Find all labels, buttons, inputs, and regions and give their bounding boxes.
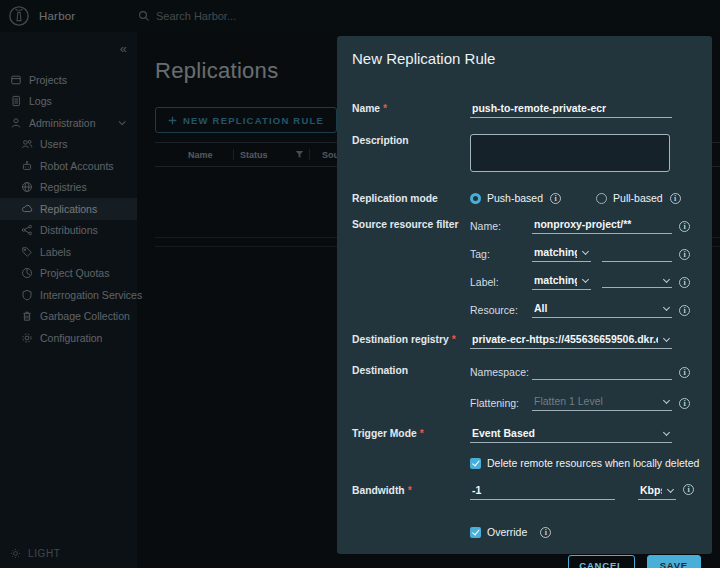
override-info-icon[interactable]: i bbox=[540, 527, 551, 538]
bandwidth-input[interactable] bbox=[470, 484, 615, 500]
filter-tag-input[interactable] bbox=[602, 246, 672, 262]
delete-remote-label: Delete remote resources when locally del… bbox=[487, 457, 699, 469]
replication-mode-options: Push-based i Pull-based i bbox=[470, 192, 701, 204]
replication-mode-label: Replication mode bbox=[352, 192, 470, 204]
name-input[interactable] bbox=[470, 102, 672, 118]
flattening-info-icon[interactable]: i bbox=[679, 398, 690, 409]
chevron-down-icon bbox=[582, 275, 589, 282]
description-textarea[interactable] bbox=[470, 134, 670, 172]
save-button[interactable]: SAVE bbox=[647, 555, 701, 568]
push-based-info-icon[interactable]: i bbox=[550, 193, 561, 204]
chevron-down-icon bbox=[663, 428, 670, 435]
new-replication-rule-modal: New Replication Rule Name* Description R… bbox=[337, 36, 712, 554]
filter-name-input[interactable] bbox=[532, 218, 672, 234]
namespace-label: Namespace: bbox=[470, 366, 532, 378]
destination-registry-label: Destination registry* bbox=[352, 333, 470, 345]
flattening-select[interactable]: Flatten 1 Level bbox=[532, 395, 672, 411]
filter-resource-select[interactable]: All bbox=[532, 302, 672, 318]
namespace-info-icon[interactable]: i bbox=[679, 367, 690, 378]
destination-label: Destination bbox=[352, 364, 470, 376]
chevron-down-icon bbox=[663, 275, 670, 282]
destination-registry-select[interactable]: private-ecr-https://455636659506.dkr.ecr… bbox=[470, 333, 672, 349]
trigger-mode-select[interactable]: Event Based bbox=[470, 427, 672, 443]
trigger-mode-label: Trigger Mode* bbox=[352, 427, 470, 439]
source-filter-label: Source resource filter bbox=[352, 218, 470, 230]
chevron-down-icon bbox=[663, 303, 670, 310]
bandwidth-controls: Kbps i bbox=[470, 484, 701, 500]
cancel-button[interactable]: CANCEL bbox=[568, 555, 634, 568]
override-checkbox[interactable] bbox=[470, 527, 481, 538]
bandwidth-unit-select[interactable]: Kbps bbox=[638, 484, 676, 500]
chevron-down-icon bbox=[667, 485, 674, 492]
override-label: Override bbox=[487, 526, 527, 538]
filter-name-label: Name: bbox=[470, 220, 532, 232]
filter-label-info-icon[interactable]: i bbox=[679, 277, 690, 288]
filter-tag-info-icon[interactable]: i bbox=[679, 249, 690, 260]
source-filter-controls: Name: i Tag: matching i Label: matching bbox=[470, 218, 701, 318]
pull-based-radio[interactable] bbox=[596, 193, 607, 204]
pull-based-info-icon[interactable]: i bbox=[670, 193, 681, 204]
filter-name-info-icon[interactable]: i bbox=[679, 221, 690, 232]
filter-tag-label: Tag: bbox=[470, 248, 532, 260]
bandwidth-label: Bandwidth* bbox=[352, 484, 470, 496]
pull-based-label: Pull-based bbox=[613, 192, 663, 204]
chevron-down-icon bbox=[663, 396, 670, 403]
override-option: Override i bbox=[470, 526, 701, 538]
filter-label-label: Label: bbox=[470, 276, 532, 288]
chevron-down-icon bbox=[663, 334, 670, 341]
delete-remote-option: Delete remote resources when locally del… bbox=[470, 457, 701, 469]
modal-footer: CANCEL SAVE bbox=[352, 555, 701, 568]
bandwidth-info-icon[interactable]: i bbox=[683, 484, 694, 495]
flattening-label: Flattening: bbox=[470, 397, 532, 409]
push-based-label: Push-based bbox=[487, 192, 543, 204]
filter-label-select[interactable] bbox=[602, 277, 672, 288]
filter-tag-mode-select[interactable]: matching bbox=[532, 246, 591, 262]
filter-resource-info-icon[interactable]: i bbox=[679, 305, 690, 316]
namespace-input[interactable] bbox=[532, 364, 672, 380]
delete-remote-checkbox[interactable] bbox=[470, 458, 481, 469]
destination-controls: Namespace: i Flattening: Flatten 1 Level… bbox=[470, 364, 701, 411]
description-label: Description bbox=[352, 134, 470, 146]
filter-resource-label: Resource: bbox=[470, 304, 532, 316]
filter-label-mode-select[interactable]: matching bbox=[532, 274, 591, 290]
chevron-down-icon bbox=[582, 247, 589, 254]
harbor-app: Harbor « Projects Logs Administration bbox=[0, 0, 720, 568]
name-label: Name* bbox=[352, 102, 470, 114]
modal-title: New Replication Rule bbox=[352, 50, 701, 67]
push-based-radio[interactable] bbox=[470, 193, 481, 204]
